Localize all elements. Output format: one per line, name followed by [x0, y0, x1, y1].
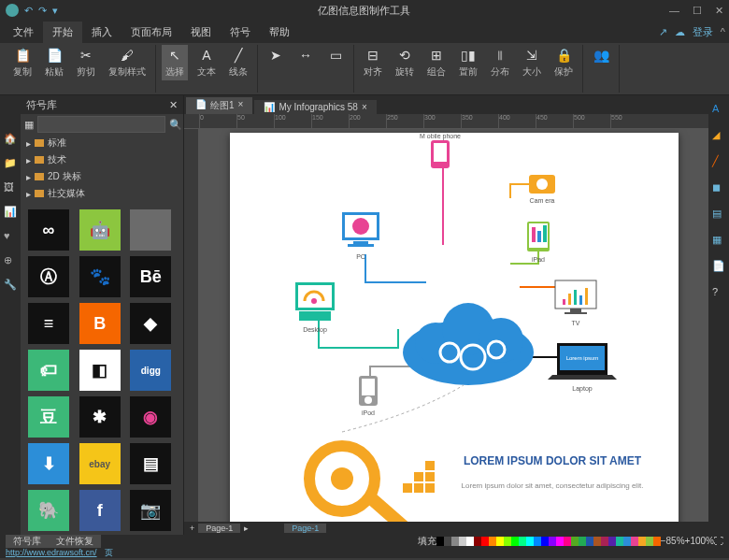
fill-panel-icon[interactable]: ◢	[712, 129, 725, 142]
collapse-ribbon-icon[interactable]: ^	[721, 26, 725, 37]
text-tool-button[interactable]: A文本	[193, 45, 220, 80]
share-icon[interactable]: ↗	[659, 26, 667, 38]
bring-front-button[interactable]: ▯▮置前	[455, 45, 481, 80]
symbol-item[interactable]: 📷	[130, 490, 171, 531]
doc-tab[interactable]: 📄绘图1×	[186, 97, 252, 114]
home-panel-icon[interactable]: 🏠	[4, 133, 17, 146]
layer-panel-icon[interactable]: ▤	[712, 208, 725, 221]
url-link[interactable]: http://www.edrawsoft.cn/	[6, 548, 97, 557]
menu-insert[interactable]: 插入	[82, 22, 122, 43]
page-tab[interactable]: Page-1	[198, 524, 240, 533]
symbol-item[interactable]: Bē	[130, 256, 171, 297]
shape-button[interactable]: ▭	[323, 45, 348, 65]
svg-rect-22	[532, 227, 536, 242]
close-icon[interactable]: ✕	[715, 5, 723, 17]
more-panel-icon[interactable]: ⊕	[4, 254, 17, 267]
symbol-item[interactable]: ✱	[79, 396, 121, 438]
tool-panel-icon[interactable]: 🔧	[4, 279, 17, 292]
symbol-item[interactable]: ≡	[28, 303, 69, 344]
cursor-button[interactable]: ➤	[264, 45, 288, 65]
symlib-category[interactable]: ▸社交媒体	[21, 185, 183, 202]
symlib-category[interactable]: ▸技术	[21, 151, 183, 168]
symbol-item[interactable]: f	[79, 490, 121, 531]
menu-view[interactable]: 视图	[181, 22, 221, 43]
format-painter-button[interactable]: 🖌复制样式	[105, 45, 150, 80]
symbol-item[interactable]: ◆	[130, 303, 171, 344]
tab-close-icon[interactable]: ×	[362, 102, 367, 112]
symlib-category[interactable]: ▸标准	[21, 135, 183, 151]
size-button[interactable]: ⇲大小	[519, 45, 545, 80]
symbol-item[interactable]: ◧	[79, 350, 121, 391]
people-button[interactable]: 👥	[589, 45, 613, 65]
search-icon[interactable]: 🔍	[169, 119, 182, 131]
symlib-menu-icon[interactable]: ▦	[24, 119, 34, 131]
svg-point-42	[364, 396, 372, 404]
menu-layout[interactable]: 页面布局	[122, 22, 181, 43]
folder-panel-icon[interactable]: 📁	[4, 157, 17, 170]
menu-symbol[interactable]: 符号	[221, 22, 260, 43]
symbol-item[interactable]	[130, 209, 171, 251]
bottom-tab-recover[interactable]: 文件恢复	[49, 535, 101, 548]
menu-home[interactable]: 开始	[43, 22, 82, 43]
line-tool-button[interactable]: ╱线条	[225, 45, 251, 80]
symbol-item[interactable]: 豆	[28, 396, 69, 438]
symbol-item[interactable]: Ⓐ	[28, 256, 69, 297]
align-button[interactable]: ⊟对齐	[360, 45, 386, 80]
protect-button[interactable]: 🔒保护	[550, 45, 577, 80]
symbol-item[interactable]: 🤖	[79, 209, 121, 251]
symbol-item[interactable]: ◉	[130, 396, 171, 438]
redo-icon[interactable]: ↷	[38, 5, 47, 17]
paste-button[interactable]: 📄粘贴	[41, 45, 67, 80]
help-panel-icon[interactable]: ?	[712, 286, 725, 299]
minimize-icon[interactable]: —	[669, 5, 679, 17]
page-panel-icon[interactable]: 📄	[712, 260, 725, 273]
text-panel-icon[interactable]: A	[712, 103, 725, 116]
menu-file[interactable]: 文件	[4, 22, 43, 43]
bottom-tab-symlib[interactable]: 符号库	[6, 535, 49, 548]
symbol-item[interactable]: 🐘	[28, 490, 69, 531]
symlib-close-icon[interactable]: ✕	[169, 99, 178, 111]
symbol-item[interactable]: 🏷	[28, 350, 69, 391]
page-tab-current[interactable]: Page-1	[284, 524, 326, 533]
cloud-icon[interactable]: ☁	[675, 26, 685, 38]
distribute-button[interactable]: ⫴分布	[487, 45, 513, 80]
next-page-icon[interactable]: ▸	[244, 524, 249, 533]
svg-text:M obile phone: M obile phone	[420, 133, 461, 140]
select-tool-button[interactable]: ↖选择	[162, 45, 188, 80]
doc-tab[interactable]: 📊My Infographics 58×	[254, 100, 376, 114]
tab-close-icon[interactable]: ×	[238, 99, 244, 112]
symbol-item[interactable]: ⬇	[28, 443, 69, 484]
group-button[interactable]: ⊞组合	[423, 45, 450, 80]
symbol-item[interactable]: ebay	[79, 443, 121, 484]
connector-button[interactable]: ↔	[293, 45, 318, 65]
app-title: 亿图信息图制作工具	[58, 4, 669, 18]
add-page-icon[interactable]: +	[190, 524, 194, 533]
undo-icon[interactable]: ↶	[24, 5, 33, 17]
menu-help[interactable]: 帮助	[260, 22, 299, 43]
symlib-category[interactable]: ▸2D 块标	[21, 168, 183, 185]
prop-panel-icon[interactable]: ▦	[712, 234, 725, 247]
color-palette[interactable]	[436, 537, 661, 546]
fullscreen-icon[interactable]: ⛶	[714, 536, 723, 546]
login-link[interactable]: 登录	[693, 25, 713, 39]
canvas-stage[interactable]: M obile phone Cam era PC iPad Desktop	[199, 129, 708, 522]
symlib-search-input[interactable]	[37, 116, 165, 133]
copy-button[interactable]: 📋复制	[9, 45, 36, 80]
symbol-item[interactable]: ▤	[130, 443, 171, 484]
zoom-100[interactable]: 100%	[690, 536, 714, 546]
chart-panel-icon[interactable]: 📊	[4, 206, 17, 219]
symbol-item[interactable]: digg	[130, 350, 171, 391]
line-panel-icon[interactable]: ╱	[712, 155, 725, 168]
page[interactable]: M obile phone Cam era PC iPad Desktop	[230, 133, 679, 522]
svg-rect-55	[425, 483, 435, 493]
shadow-panel-icon[interactable]: ◼	[712, 181, 725, 194]
symbol-item[interactable]: 🐾	[79, 256, 121, 297]
image-panel-icon[interactable]: 🖼	[4, 181, 17, 194]
svg-rect-17	[353, 241, 368, 244]
maximize-icon[interactable]: ☐	[693, 5, 702, 17]
symbol-item[interactable]: B	[79, 303, 121, 344]
symbol-item[interactable]: ∞	[28, 209, 69, 251]
heart-panel-icon[interactable]: ♥	[4, 230, 17, 243]
rotate-button[interactable]: ⟲旋转	[392, 45, 418, 80]
cut-button[interactable]: ✂剪切	[73, 45, 99, 80]
